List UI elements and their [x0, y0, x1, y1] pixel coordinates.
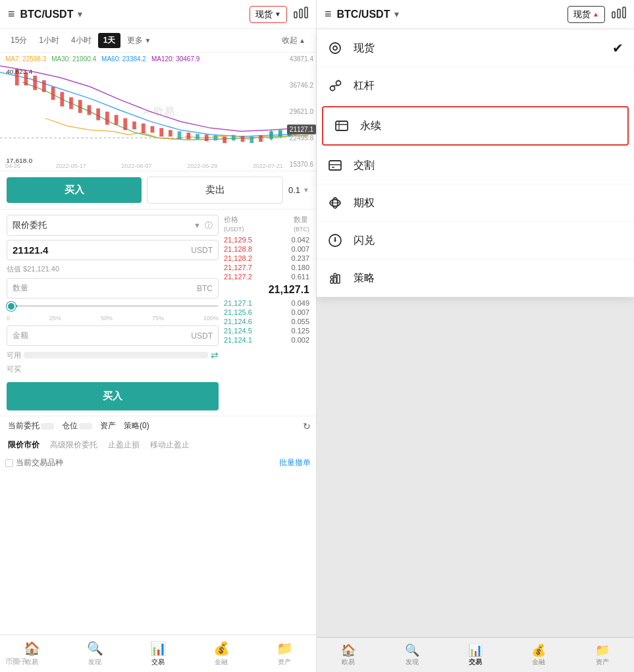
- right-menu-icon[interactable]: ≡: [325, 7, 332, 21]
- nav-trade[interactable]: 📊 交易: [126, 635, 190, 672]
- svg-rect-13: [60, 92, 64, 107]
- dropdown-item-flash[interactable]: 闪兑: [317, 222, 634, 260]
- ot-tab-limit[interactable]: 限价市价: [5, 438, 42, 452]
- dropdown-item-options[interactable]: 期权: [317, 184, 634, 222]
- left-bottom-nav: 🏠 欧易 🔍 发现 📊 交易 💰 金融 📁 资产: [0, 634, 316, 672]
- dropdown-menu: 现货 ✔ 杠杆 永续: [317, 29, 634, 297]
- ma7-label: MA7: 22598.3: [5, 55, 46, 63]
- price-labels: 43871.4 36746.2 29621.0 22495.8 15370.6: [290, 53, 313, 171]
- dropdown-item-leverage[interactable]: 杠杆: [317, 67, 634, 105]
- right-pair-name: BTC/USDT: [337, 9, 390, 20]
- left-spot-button[interactable]: 现货 ▼: [250, 6, 287, 23]
- perpetual-icon: [334, 118, 350, 134]
- current-pair-checkbox[interactable]: [5, 459, 13, 467]
- ot-tab-trailing[interactable]: 移动止盈止: [147, 438, 192, 452]
- buy-button[interactable]: 买入: [7, 177, 142, 203]
- ob-ask-3: 21,128.2 0.237: [224, 254, 309, 263]
- tab-current-orders[interactable]: 当前委托: [5, 419, 57, 433]
- buy-sell-row: 买入 卖出 0.1 ▼: [0, 171, 316, 210]
- home-icon: 🏠: [24, 640, 40, 656]
- leverage-icon: [327, 78, 343, 94]
- left-spot-label: 现货: [255, 9, 273, 20]
- svg-rect-31: [223, 136, 226, 143]
- ob-header: 价格 (USDT) 数量 (BTC): [224, 215, 309, 233]
- assets-icon: 📁: [277, 640, 293, 656]
- exchange-icon[interactable]: ⇄: [211, 350, 219, 360]
- price-value: 21121.4: [13, 244, 191, 256]
- svg-rect-16: [88, 105, 92, 115]
- svg-rect-39: [612, 12, 615, 18]
- qty-chevron-icon: ▼: [303, 186, 309, 194]
- svg-rect-33: [241, 136, 245, 142]
- discover-icon: 🔍: [87, 640, 103, 656]
- left-logo: 币圈子: [5, 657, 27, 667]
- dropdown-item-perpetual[interactable]: 永续: [322, 106, 629, 146]
- slider-thumb[interactable]: [7, 302, 16, 311]
- left-pair-title[interactable]: BTC/USDT ▼: [20, 9, 84, 20]
- amount-input[interactable]: 金额 USDT: [7, 325, 219, 346]
- left-header: ≡ BTC/USDT ▼ 现货 ▼: [0, 0, 316, 29]
- left-menu-icon[interactable]: ≡: [8, 7, 15, 21]
- tab-strategy[interactable]: 策略(0): [121, 419, 152, 433]
- right-nav-discover: 🔍 发现: [380, 638, 443, 672]
- ot-tab-tp-sl[interactable]: 止盈止损: [105, 438, 142, 452]
- right-panel: ≡ BTC/USDT ▼ 现货 ▲ 现货: [317, 0, 634, 672]
- qty-slider[interactable]: [7, 302, 219, 310]
- nav-finance[interactable]: 💰 金融: [190, 635, 253, 672]
- right-pair-title[interactable]: BTC/USDT ▼: [337, 9, 401, 20]
- tab-4h[interactable]: 4小时: [66, 33, 97, 48]
- svg-rect-24: [159, 128, 163, 136]
- order-type-tabs: 限价市价 高级限价委托 止盈止损 移动止盈止: [0, 435, 316, 455]
- right-spot-button[interactable]: 现货 ▲: [568, 6, 605, 23]
- tab-1d[interactable]: 1天: [98, 33, 121, 48]
- spot-check-icon: ✔: [612, 40, 623, 56]
- svg-rect-17: [96, 109, 100, 121]
- refresh-icon[interactable]: ↻: [303, 421, 311, 432]
- sell-button[interactable]: 卖出: [147, 177, 283, 204]
- nav-discover[interactable]: 🔍 发现: [63, 635, 126, 672]
- tab-15min[interactable]: 15分: [5, 33, 32, 48]
- price-label-1: 43871.4: [290, 55, 313, 63]
- check-label: 当前交易品种: [16, 457, 63, 468]
- dropdown-item-strategy[interactable]: 策略: [317, 260, 634, 297]
- svg-point-44: [330, 86, 335, 91]
- tab-more[interactable]: 更多 ▼: [122, 33, 156, 48]
- strategy-icon: [327, 270, 343, 286]
- leverage-label: 杠杆: [354, 79, 375, 93]
- price-label-5: 15370.6: [290, 161, 313, 168]
- svg-rect-22: [142, 123, 145, 133]
- price-label-2: 36746.2: [290, 82, 313, 89]
- qty-control[interactable]: 0.1 ▼: [288, 185, 309, 195]
- dropdown-item-spot[interactable]: 现货 ✔: [317, 30, 634, 67]
- tab-positions[interactable]: 仓位: [59, 419, 95, 433]
- slider-track[interactable]: [7, 305, 219, 307]
- batch-cancel-button[interactable]: 批量撤单: [279, 457, 311, 468]
- right-chart-icon[interactable]: [612, 7, 626, 22]
- price-input[interactable]: 21121.4 USDT: [7, 240, 219, 260]
- chart-watermark: ✕ 欧易: [142, 105, 174, 119]
- ot-tab-advanced[interactable]: 高级限价委托: [47, 438, 100, 452]
- dropdown-item-delivery[interactable]: 交割: [317, 147, 634, 184]
- estimate-row: 估值 $21,121.40: [7, 264, 219, 274]
- ob-header-price: 价格 (USDT): [224, 215, 244, 233]
- tab-1h[interactable]: 1小时: [34, 33, 65, 48]
- tab-assets[interactable]: 资产: [97, 419, 119, 433]
- nav-label-finance: 金融: [215, 658, 228, 667]
- svg-rect-35: [259, 135, 263, 142]
- svg-rect-28: [196, 134, 199, 139]
- delivery-icon: [327, 157, 343, 173]
- finance-icon: 💰: [213, 640, 230, 656]
- left-orderbook: 价格 (USDT) 数量 (BTC) 21,129.5 0.042 21,128…: [224, 215, 309, 410]
- ob-bid-5: 21,124.1 0.002: [224, 335, 309, 345]
- order-info-icon[interactable]: ⓘ: [205, 220, 213, 231]
- qty-input[interactable]: 数量 BTC: [7, 278, 219, 298]
- svg-rect-34: [250, 136, 253, 143]
- buy-btc-button[interactable]: 买入: [7, 382, 219, 410]
- left-chart-icon[interactable]: [294, 7, 308, 22]
- tab-collapse[interactable]: 收起 ▲: [277, 33, 311, 48]
- order-type-selector[interactable]: 限价委托 ▼ ⓘ: [7, 215, 219, 236]
- nav-label-discover: 发现: [88, 658, 101, 667]
- svg-rect-62: [337, 275, 340, 283]
- avail-value: [24, 352, 208, 358]
- nav-assets[interactable]: 📁 资产: [253, 635, 316, 672]
